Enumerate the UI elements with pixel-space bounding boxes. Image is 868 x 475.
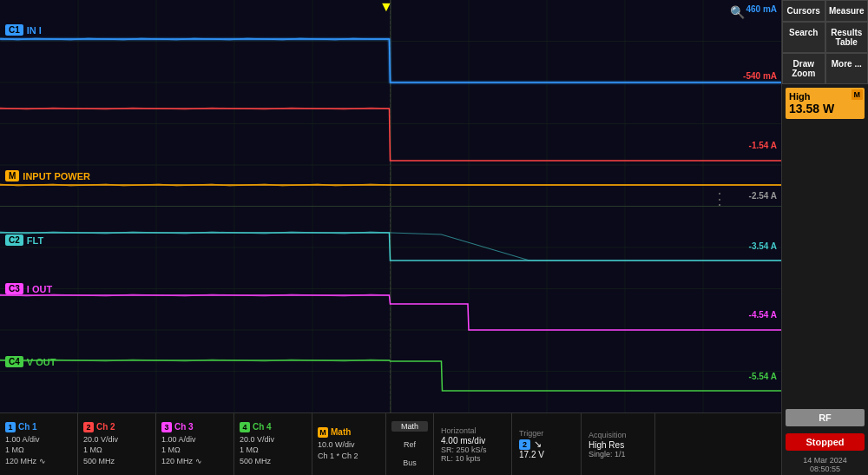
c3-badge: C3 [5, 283, 23, 294]
math-dot: M [318, 427, 328, 438]
trigger-section[interactable]: Trigger 2 ↘ 17.2 V [512, 413, 582, 475]
horizontal-sr: SR: 250 kS/s [441, 445, 504, 454]
ch1-badge: C1 [5, 24, 23, 36]
ch4-dot: 4 [240, 422, 250, 432]
y-label-n540ma: -540 mA [743, 71, 777, 81]
c4-name: V OUT [27, 357, 56, 367]
rf-button[interactable]: RF [786, 409, 865, 426]
acq-mode: High Res [589, 440, 648, 450]
ch1-info-label: Ch 1 [18, 422, 37, 432]
ch2-info-label: Ch 2 [96, 422, 115, 432]
c2-name: FLT [27, 235, 43, 246]
acquisition-section[interactable]: Acquisition High Res Single: 1/1 [582, 413, 655, 475]
trigger-marker: ▼ [379, 2, 390, 12]
math-info[interactable]: M Math 10.0 W/divCh 1 * Ch 2 [312, 413, 386, 475]
ch1-name: IN I [27, 25, 42, 36]
waveform-svg [0, 0, 781, 412]
draw-more-row: Draw Zoom More ... [782, 53, 868, 84]
waveform-display[interactable]: ▼ 460 mA -540 mA -1.54 A -2.54 A -3.54 A… [0, 0, 781, 412]
c2-label[interactable]: C2 FLT [5, 234, 43, 246]
measurement-container: M High 13.58 W [786, 88, 865, 119]
cursors-measure-row: Cursors Measure [782, 0, 868, 22]
right-panel-bottom: RF Stopped 14 Mar 2024 08:50:55 [782, 406, 868, 475]
search-results-row: Search Results Table [782, 22, 868, 53]
ch4-info-label: Ch 4 [253, 422, 272, 432]
math-info-label: Math [331, 427, 351, 437]
results-table-button[interactable]: Results Table [825, 22, 869, 53]
measurement-value: 13.58 W [789, 102, 861, 115]
y-label-460ma: 460 mA [746, 4, 777, 14]
search-button[interactable]: Search [782, 22, 825, 53]
trigger-title: Trigger [519, 429, 574, 438]
ch3-dot: 3 [161, 422, 172, 432]
math-ref-bus[interactable]: Math Ref Bus [386, 413, 434, 475]
ch4-detail: 20.0 V/div1 MΩ500 MHz [240, 434, 306, 467]
c4-label[interactable]: C4 V OUT [5, 356, 56, 367]
more-button[interactable]: More ... [825, 53, 869, 84]
cursors-button[interactable]: Cursors [782, 0, 825, 22]
right-panel: Cursors Measure Search Results Table Dra… [781, 0, 868, 475]
y-label-n254a: -2.54 A [749, 191, 777, 201]
ch1-info[interactable]: 1 Ch 1 1.00 A/div1 MΩ120 MHz ∿ [0, 413, 78, 475]
ch3-info[interactable]: 3 Ch 3 1.00 A/div1 MΩ120 MHz ∿ [156, 413, 234, 475]
m-label[interactable]: M INPUT POWER [5, 170, 90, 181]
y-label-n354a: -3.54 A [749, 241, 777, 251]
c3-label[interactable]: C3 I OUT [5, 283, 52, 294]
horizontal-section[interactable]: Horizontal 4.00 ms/div SR: 250 kS/s RL: … [434, 413, 512, 475]
y-label-n554a: -5.54 A [749, 372, 777, 381]
trigger-channel-badge: 2 [519, 439, 530, 450]
math-detail: 10.0 W/divCh 1 * Ch 2 [318, 439, 380, 461]
m-name: INPUT POWER [23, 171, 90, 181]
horizontal-rl: RL: 10 kpts [441, 454, 504, 463]
magnifier-icon: 🔍 [730, 5, 745, 19]
math-ref-bus-math[interactable]: Math [391, 421, 428, 432]
horizontal-rate: 4.00 ms/div [441, 436, 504, 445]
y-label-n154a: -1.54 A [749, 141, 777, 150]
ch3-detail: 1.00 A/div1 MΩ120 MHz ∿ [161, 434, 228, 467]
ch1-detail: 1.00 A/div1 MΩ120 MHz ∿ [5, 434, 72, 467]
stopped-badge[interactable]: Stopped [786, 433, 865, 451]
c2-badge: C2 [5, 234, 23, 246]
acq-single: Single: 1/1 [589, 450, 648, 459]
horizontal-title: Horizontal [441, 426, 504, 435]
math-ref-bus-ref[interactable]: Ref [391, 440, 428, 449]
acq-title: Acquisition [589, 431, 648, 439]
main-oscilloscope-area: ▼ 460 mA -540 mA -1.54 A -2.54 A -3.54 A… [0, 0, 781, 475]
y-label-n454a: -4.54 A [749, 310, 777, 320]
ch3-info-label: Ch 3 [174, 422, 194, 432]
ch4-info[interactable]: 4 Ch 4 20.0 V/div1 MΩ500 MHz [234, 413, 312, 475]
measure-button[interactable]: Measure [825, 0, 869, 22]
draw-zoom-button[interactable]: Draw Zoom [782, 53, 825, 84]
trigger-level: 17.2 V [519, 450, 574, 459]
ch1-dot: 1 [5, 422, 16, 432]
ch2-dot: 2 [83, 422, 94, 432]
ch2-detail: 20.0 V/div1 MΩ500 MHz [83, 434, 150, 467]
m-indicator-badge: M [852, 89, 864, 100]
math-ref-bus-bus[interactable]: Bus [391, 459, 428, 467]
measurement-label: High [789, 91, 861, 102]
ch1-label[interactable]: C1 IN I [5, 24, 42, 36]
trigger-slope: ↘ [534, 439, 542, 450]
bottom-bar: 1 Ch 1 1.00 A/div1 MΩ120 MHz ∿ 2 Ch 2 20… [0, 412, 781, 475]
dots-marker: ⋮ [712, 191, 729, 207]
c4-badge: C4 [5, 356, 23, 367]
datetime-display: 14 Mar 2024 08:50:55 [782, 454, 868, 475]
m-badge-ch: M [5, 170, 19, 181]
c3-name: I OUT [27, 284, 52, 294]
ch2-info[interactable]: 2 Ch 2 20.0 V/div1 MΩ500 MHz [78, 413, 156, 475]
